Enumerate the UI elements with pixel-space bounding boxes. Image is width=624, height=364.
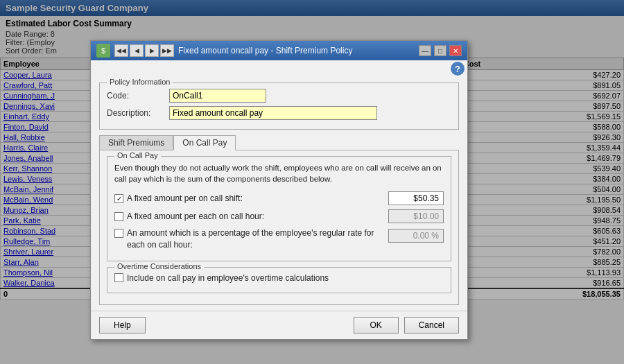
help-icon-button[interactable]: ? [451, 62, 465, 76]
nav-prev-button[interactable]: ◀ [130, 44, 144, 57]
modal-body: Policy Information Code: Description: Sh… [91, 77, 467, 311]
modal-title-bar: $ ◀◀ ◀ ▶ ▶▶ Fixed amount oncall pay - Sh… [91, 41, 467, 60]
code-input[interactable] [169, 89, 266, 103]
fixed-amount-hour-row: A fixed amount per each on call hour: [114, 209, 444, 223]
nav-first-button[interactable]: ◀◀ [114, 44, 128, 57]
modal-title-left: $ ◀◀ ◀ ▶ ▶▶ Fixed amount oncall pay - Sh… [96, 44, 352, 58]
modal-dialog: $ ◀◀ ◀ ▶ ▶▶ Fixed amount oncall pay - Sh… [90, 40, 468, 340]
ok-cancel-group: OK Cancel [354, 317, 459, 333]
tab-on-call-pay[interactable]: On Call Pay [173, 135, 236, 150]
description-row: Description: [107, 106, 451, 120]
modal-window-controls: — □ ✕ [419, 45, 462, 56]
on-call-pay-group: On Call Pay Even though they do not actu… [107, 156, 451, 261]
fixed-amount-shift-label: A fixed amount per on call shift: [127, 193, 243, 203]
percentage-regular-input[interactable] [388, 229, 444, 243]
nav-last-button[interactable]: ▶▶ [160, 44, 174, 57]
description-input[interactable] [169, 106, 377, 120]
fixed-amount-shift-checkbox[interactable] [114, 194, 123, 203]
fixed-amount-hour-checkbox[interactable] [114, 212, 123, 221]
minimize-button[interactable]: — [419, 45, 431, 56]
tab-shift-premiums[interactable]: Shift Premiums [99, 135, 173, 150]
ok-button[interactable]: OK [354, 317, 399, 333]
percentage-regular-label: An amount which is a percentage of the e… [127, 227, 388, 251]
modal-title-text: Fixed amount oncall pay - Shift Premium … [178, 46, 352, 55]
fixed-amount-hour-left: A fixed amount per each on call hour: [114, 211, 388, 221]
close-button[interactable]: ✕ [449, 45, 462, 56]
modal-footer: Help OK Cancel [91, 311, 467, 339]
overtime-include-checkbox[interactable] [114, 273, 123, 282]
maximize-button[interactable]: □ [434, 45, 447, 56]
overtime-include-left: Include on call pay in employee's overti… [114, 273, 444, 283]
modal-toolbar: ? [91, 60, 467, 77]
fixed-amount-hour-label: A fixed amount per each on call hour: [127, 211, 264, 221]
policy-information-group: Policy Information Code: Description: [99, 83, 459, 130]
fixed-amount-shift-input[interactable] [388, 191, 444, 205]
code-row: Code: [107, 89, 451, 103]
overtime-include-label: Include on call pay in employee's overti… [127, 273, 329, 283]
percentage-regular-checkbox[interactable] [114, 229, 123, 238]
overtime-include-row: Include on call pay in employee's overti… [114, 273, 444, 283]
code-label: Code: [107, 91, 169, 101]
modal-app-icon: $ [96, 44, 110, 58]
fixed-amount-shift-left: A fixed amount per on call shift: [114, 193, 388, 203]
percentage-regular-left: An amount which is a percentage of the e… [114, 227, 388, 251]
help-button[interactable]: Help [99, 317, 146, 333]
cancel-button[interactable]: Cancel [404, 317, 459, 333]
policy-info-legend: Policy Information [107, 78, 173, 86]
on-call-pay-legend: On Call Pay [114, 151, 161, 159]
description-label: Description: [107, 108, 169, 118]
fixed-amount-shift-row: A fixed amount per on call shift: [114, 191, 444, 205]
overtime-section: Overtime Considerations Include on call … [107, 267, 451, 293]
nav-next-button[interactable]: ▶ [145, 44, 159, 57]
percentage-regular-row: An amount which is a percentage of the e… [114, 227, 444, 251]
modal-nav-buttons: ◀◀ ◀ ▶ ▶▶ [114, 44, 174, 57]
tabs-container: Shift Premiums On Call Pay [99, 135, 459, 150]
tab-content-on-call-pay: On Call Pay Even though they do not actu… [99, 150, 459, 305]
fixed-amount-hour-input[interactable] [388, 209, 444, 223]
on-call-description: Even though they do not actually work th… [114, 162, 444, 184]
overtime-legend: Overtime Considerations [114, 262, 204, 270]
